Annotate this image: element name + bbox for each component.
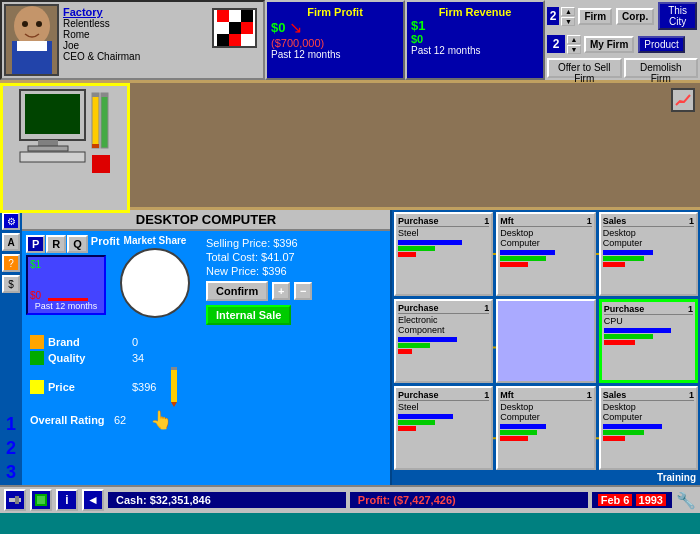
svg-rect-11 xyxy=(92,93,99,148)
svg-rect-12 xyxy=(92,93,99,97)
node9-title: Sales 1 xyxy=(603,390,694,401)
svg-rect-7 xyxy=(25,94,80,134)
nav-down2[interactable]: ▼ xyxy=(567,45,581,54)
firm-revenue-previous: $0 xyxy=(411,33,539,45)
node1-title: Purchase 1 xyxy=(398,216,489,227)
nav-section: 2 ▲ ▼ Firm Corp. This City 2 ▲ ▼ My Firm… xyxy=(545,0,700,80)
svg-rect-5 xyxy=(17,41,47,51)
tool-question-icon[interactable]: ? xyxy=(2,254,20,272)
profit-display: Profit: ($7,427,426) xyxy=(350,492,588,508)
svg-rect-14 xyxy=(101,93,108,148)
nav-num1: 2 xyxy=(547,7,559,25)
firm-revenue-panel: Firm Revenue $1 $0 Past 12 months xyxy=(405,0,545,80)
node1-sub: Steel xyxy=(398,228,489,238)
firm-button[interactable]: Firm xyxy=(578,8,612,25)
status-bar: i ◄ Cash: $32,351,846 Profit: ($7,427,42… xyxy=(0,485,700,513)
wrench-icon: 🔧 xyxy=(676,491,696,510)
node4-sub: Electronic xyxy=(398,315,489,325)
offer-sell-button[interactable]: Offer to Sell Firm xyxy=(547,58,622,78)
selling-price-row: Selling Price: $396 xyxy=(206,237,384,249)
factory-title[interactable]: Factory xyxy=(63,6,204,18)
node9-sub: Desktop xyxy=(603,402,694,412)
node8-sub2: Computer xyxy=(500,412,591,422)
firm-profit-title: Firm Profit xyxy=(271,6,399,18)
scroll-indicator[interactable]: 1 xyxy=(6,414,16,435)
tool-dollar-icon[interactable]: $ xyxy=(2,275,20,293)
quality-label: Quality xyxy=(48,352,128,364)
node-purchase-steel-1[interactable]: Purchase 1 Steel xyxy=(394,212,493,296)
price-row: Price $396 xyxy=(30,367,382,407)
chart-period: Past 12 months xyxy=(28,301,104,311)
nav-up2[interactable]: ▲ xyxy=(567,35,581,44)
node-mft-desktop-1[interactable]: Mft 1 Desktop Computer xyxy=(496,212,595,296)
nav-down1[interactable]: ▼ xyxy=(561,17,575,26)
svg-point-3 xyxy=(36,21,42,27)
node3-sub2: Computer xyxy=(603,238,694,248)
demolish-button[interactable]: Demolish Firm xyxy=(624,58,699,78)
node2-title: Mft 1 xyxy=(500,216,591,227)
factory-nodes-panel: Purchase 1 Steel Mft 1 Desktop Computer xyxy=(392,210,700,485)
overall-row: Overall Rating 62 👆 xyxy=(30,409,382,431)
pencil-decoration-icon xyxy=(170,367,178,407)
company-logo xyxy=(212,8,257,48)
main-bottom: ⚙ A ? $ 1 2 3 DESKTOP COMPUTER P R Q Pro… xyxy=(0,210,700,485)
tool-gear-icon[interactable]: ⚙ xyxy=(2,212,20,230)
middle-area xyxy=(0,80,700,210)
tab-q[interactable]: Q xyxy=(67,235,88,253)
nav-mid-row: 2 ▲ ▼ My Firm Product xyxy=(545,32,700,56)
node-purchase-electronic[interactable]: Purchase 1 Electronic Component xyxy=(394,299,493,383)
profit-chart: $1 $0 Past 12 months xyxy=(26,255,106,315)
tab-r[interactable]: R xyxy=(46,235,66,253)
market-share-label: Market Share xyxy=(110,235,200,246)
confirm-button[interactable]: Confirm xyxy=(206,281,268,301)
price-minus-button[interactable]: − xyxy=(294,282,312,300)
tab-p[interactable]: P xyxy=(26,235,45,253)
corp-button[interactable]: Corp. xyxy=(616,8,654,25)
node-mft-desktop-2[interactable]: Mft 1 Desktop Computer xyxy=(496,386,595,470)
hand-pointer-icon: 👆 xyxy=(150,409,172,431)
date-display: Feb 6 1993 xyxy=(592,492,672,508)
node3-sub: Desktop xyxy=(603,228,694,238)
node7-sub: Steel xyxy=(398,402,489,412)
my-firm-button[interactable]: My Firm xyxy=(584,36,634,53)
svg-rect-8 xyxy=(38,140,58,146)
scroll-indicator3[interactable]: 3 xyxy=(6,462,16,483)
node8-bars xyxy=(500,424,591,441)
product-button[interactable]: Product xyxy=(638,36,684,53)
this-city-button[interactable]: This City xyxy=(658,2,697,30)
firm-profit-period: Past 12 months xyxy=(271,49,399,60)
info-icon[interactable]: i xyxy=(56,489,78,511)
brand-icon xyxy=(30,335,44,349)
brand-row: Brand 0 xyxy=(30,335,382,349)
tool-a-icon[interactable]: A xyxy=(2,233,20,251)
svg-rect-10 xyxy=(20,152,85,162)
nav-up1[interactable]: ▲ xyxy=(561,7,575,16)
selling-info: Selling Price: $396 Total Cost: $41.07 N… xyxy=(204,235,386,327)
overall-value: 62 xyxy=(114,414,126,426)
node-purchase-steel-2[interactable]: Purchase 1 Steel xyxy=(394,386,493,470)
side-toolbar: ⚙ A ? $ 1 2 3 xyxy=(0,210,22,485)
quality-icon xyxy=(30,351,44,365)
hammer-icon[interactable] xyxy=(4,489,26,511)
node6-title: Purchase 1 xyxy=(604,304,693,315)
scroll-indicator2[interactable]: 2 xyxy=(6,438,16,459)
node9-sub2: Computer xyxy=(603,412,694,422)
quality-value: 34 xyxy=(132,352,144,364)
product-display xyxy=(0,83,130,213)
map-icon[interactable] xyxy=(30,489,52,511)
price-plus-button[interactable]: + xyxy=(272,282,290,300)
back-icon[interactable]: ◄ xyxy=(82,489,104,511)
firm-revenue-period: Past 12 months xyxy=(411,45,539,56)
node-purchase-cpu[interactable]: Purchase 1 CPU xyxy=(599,299,698,383)
node7-title: Purchase 1 xyxy=(398,390,489,401)
date-month: Feb 6 xyxy=(598,494,633,506)
node-sales-desktop-2[interactable]: Sales 1 Desktop Computer xyxy=(599,386,698,470)
svg-rect-15 xyxy=(101,93,108,97)
logo-checker xyxy=(217,10,253,46)
overall-label: Overall Rating xyxy=(30,414,110,426)
internal-sale-button[interactable]: Internal Sale xyxy=(206,305,291,325)
top-section: Factory Relentless Rome Joe CEO & Chairm… xyxy=(0,0,700,80)
cash-value: $32,351,846 xyxy=(150,494,211,506)
node-sales-desktop-1[interactable]: Sales 1 Desktop Computer xyxy=(599,212,698,296)
node8-sub: Desktop xyxy=(500,402,591,412)
